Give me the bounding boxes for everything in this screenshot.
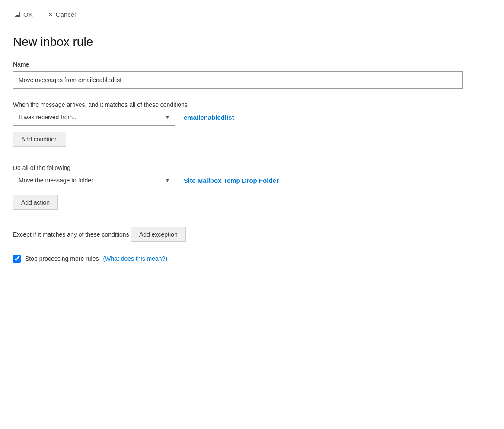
- name-label: Name: [13, 61, 491, 68]
- conditions-label: When the message arrives, and it matches…: [13, 101, 188, 108]
- stop-processing-checkbox[interactable]: [13, 255, 21, 263]
- condition-select-wrapper: It was received from... It was sent to..…: [13, 109, 175, 126]
- save-icon: 🖫: [14, 11, 21, 19]
- cancel-label: Cancel: [56, 11, 76, 18]
- action-value-link[interactable]: Site Mailbox Temp Drop Folder: [184, 177, 279, 184]
- actions-label: Do all of the following: [13, 164, 70, 171]
- add-action-button[interactable]: Add action: [13, 195, 58, 210]
- ok-label: OK: [23, 11, 33, 18]
- ok-button[interactable]: 🖫 OK: [13, 9, 34, 20]
- page-title: New inbox rule: [13, 35, 491, 49]
- exceptions-label: Except if it matches any of these condit…: [13, 231, 129, 238]
- what-does-this-mean-link[interactable]: (What does this mean?): [103, 255, 167, 262]
- add-condition-button[interactable]: Add condition: [13, 132, 66, 147]
- actions-section: Do all of the following Move the message…: [13, 164, 491, 210]
- action-select-wrapper: Move the message to folder... Delete the…: [13, 172, 175, 189]
- condition-value-link[interactable]: emailenabledlist: [184, 114, 234, 121]
- toolbar: 🖫 OK ✕ Cancel: [13, 9, 491, 25]
- conditions-section: When the message arrives, and it matches…: [13, 101, 491, 147]
- stop-processing-row: Stop processing more rules (What does th…: [13, 255, 491, 263]
- cancel-icon: ✕: [48, 10, 53, 19]
- cancel-button[interactable]: ✕ Cancel: [47, 9, 77, 20]
- name-input[interactable]: [13, 71, 463, 89]
- action-dropdown[interactable]: Move the message to folder... Delete the…: [13, 172, 175, 189]
- exceptions-section: Except if it matches any of these condit…: [13, 227, 491, 242]
- name-section: Name: [13, 61, 491, 89]
- condition-dropdown[interactable]: It was received from... It was sent to..…: [13, 109, 175, 126]
- condition-row: It was received from... It was sent to..…: [13, 109, 491, 126]
- action-row: Move the message to folder... Delete the…: [13, 172, 491, 189]
- add-exception-button[interactable]: Add exception: [131, 227, 186, 242]
- stop-processing-label: Stop processing more rules: [25, 255, 99, 262]
